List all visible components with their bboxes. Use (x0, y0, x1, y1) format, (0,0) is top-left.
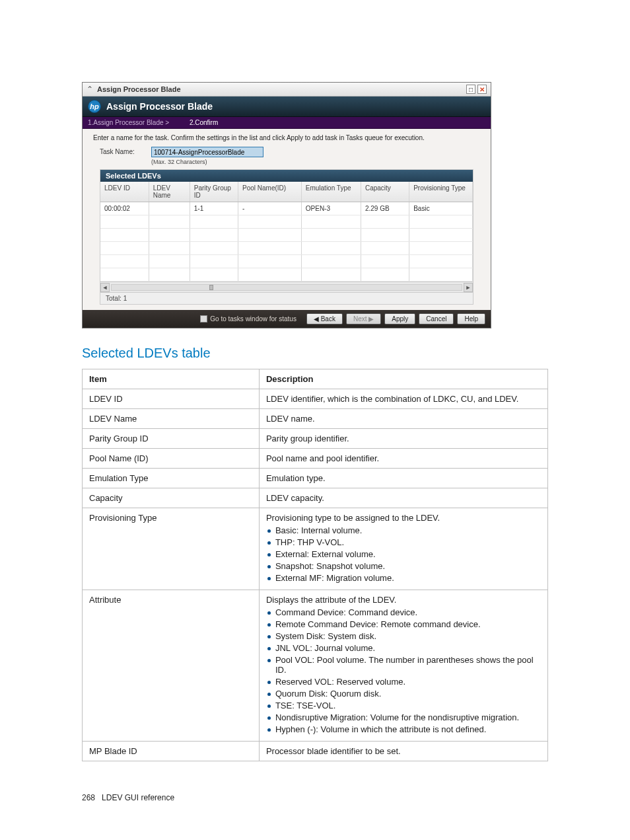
selected-ldevs-doc-table: Item Description LDEV ID LDEV identifier… (82, 369, 548, 761)
dialog-titlebar: ⌃ Assign Processor Blade □ ✕ (83, 83, 491, 96)
next-button: Next ▶ (346, 313, 381, 325)
cell-parity: 1-1 (190, 202, 238, 215)
cell-desc: Processor blade identifier to be set. (259, 742, 547, 761)
list-item: External MF: Migration volume. (266, 573, 541, 583)
help-button[interactable]: Help (457, 313, 485, 325)
cell-desc: Parity group identifier. (259, 429, 547, 449)
back-button[interactable]: ◀ Back (306, 313, 343, 325)
table-row: LDEV Name LDEV name. (83, 409, 548, 429)
col-pool-name[interactable]: Pool Name(ID) (238, 182, 301, 202)
list-item: THP: THP V-VOL. (266, 537, 541, 547)
cell-item: Provisioning Type (83, 508, 260, 590)
list-item: JNL VOL: Journal volume. (266, 643, 541, 653)
cell-item: LDEV Name (83, 409, 260, 429)
list-item: Hyphen (-): Volume in which the attribut… (266, 724, 541, 734)
list-item: Basic: Internal volume. (266, 525, 541, 535)
cell-desc: LDEV capacity. (259, 488, 547, 508)
dialog-button-bar: Go to tasks window for status ◀ Back Nex… (83, 310, 491, 328)
scrollbar-thumb[interactable] (209, 285, 213, 290)
col-parity-group[interactable]: Parity Group ID (190, 182, 238, 202)
list-item: TSE: TSE-VOL. (266, 701, 541, 710)
cell-item: Pool Name (ID) (83, 449, 260, 469)
wizard-step-1[interactable]: 1.Assign Processor Blade > (88, 119, 169, 126)
cell-item: Capacity (83, 488, 260, 508)
list-item: Quorum Disk: Quorum disk. (266, 689, 541, 699)
table-row: Pool Name (ID) Pool name and pool identi… (83, 449, 548, 469)
th-item: Item (83, 369, 260, 389)
task-name-hint: (Max. 32 Characters) (151, 159, 480, 165)
scroll-left-icon[interactable]: ◄ (100, 283, 110, 292)
wizard-steps: 1.Assign Processor Blade > 2.Confirm (83, 117, 491, 129)
cancel-button[interactable]: Cancel (419, 313, 454, 325)
collapse-icon[interactable]: ⌃ (87, 85, 93, 94)
cell-item: Emulation Type (83, 469, 260, 488)
grid-total: Total: 1 (100, 292, 473, 304)
maximize-icon[interactable]: □ (466, 85, 475, 94)
list-item: System Disk: System disk. (266, 631, 541, 641)
dialog-header: hp Assign Processor Blade (83, 96, 491, 117)
cell-desc: Provisioning type to be assigned to the … (259, 508, 547, 590)
cell-desc: Emulation type. (259, 469, 547, 488)
list-item: Command Device: Command device. (266, 607, 541, 617)
cell-item: Parity Group ID (83, 429, 260, 449)
list-item: Pool VOL: Pool volume. The number in par… (266, 655, 541, 675)
cell-desc: Pool name and pool identifier. (259, 449, 547, 469)
table-row[interactable]: 00:00:02 1-1 - OPEN-3 2.29 GB Basic (100, 202, 473, 215)
checkbox-icon[interactable] (200, 315, 207, 323)
cell-desc-lead: Provisioning type to be assigned to the … (266, 513, 440, 523)
go-to-tasks-label: Go to tasks window for status (210, 315, 297, 323)
scroll-right-icon[interactable]: ► (464, 283, 473, 292)
list-item: Remote Command Device: Remote command de… (266, 619, 541, 629)
selected-ldevs-grid: Selected LDEVs LDEV ID LDEV Name Parity … (100, 169, 473, 305)
list-item: Reserved VOL: Reserved volume. (266, 677, 541, 687)
cell-item: Attribute (83, 590, 260, 742)
table-row: LDEV ID LDEV identifier, which is the co… (83, 389, 548, 409)
col-ldev-name[interactable]: LDEV Name (149, 182, 190, 202)
close-icon[interactable]: ✕ (477, 85, 487, 94)
table-row (100, 255, 473, 268)
cell-desc-lead: Displays the attribute of the LDEV. (266, 595, 397, 605)
table-row (100, 268, 473, 282)
cell-ldev-name (149, 202, 190, 215)
list-item: Nondisruptive Migration: Volume for the … (266, 712, 541, 722)
scrollbar-track[interactable] (111, 284, 462, 291)
cell-desc: LDEV name. (259, 409, 547, 429)
cell-pool: - (238, 202, 301, 215)
col-prov-type[interactable]: Provisioning Type (409, 182, 473, 202)
section-heading: Selected LDEVs table (82, 346, 548, 361)
col-capacity[interactable]: Capacity (361, 182, 409, 202)
table-row (100, 215, 473, 229)
dialog-header-title: Assign Processor Blade (106, 101, 213, 112)
assign-processor-blade-dialog: ⌃ Assign Processor Blade □ ✕ hp Assign P… (82, 82, 491, 328)
table-row: Parity Group ID Parity group identifier. (83, 429, 548, 449)
page-number: 268 (82, 793, 95, 802)
hp-logo-icon: hp (88, 100, 101, 113)
table-row (100, 242, 473, 255)
horizontal-scrollbar[interactable]: ◄ ► (100, 282, 473, 292)
cell-item: LDEV ID (83, 389, 260, 409)
th-description: Description (259, 369, 547, 389)
col-emulation[interactable]: Emulation Type (301, 182, 361, 202)
cell-ldev-id: 00:00:02 (100, 202, 149, 215)
list-item: External: External volume. (266, 549, 541, 559)
table-row: Capacity LDEV capacity. (83, 488, 548, 508)
cell-cap: 2.29 GB (361, 202, 409, 215)
grid-title: Selected LDEVs (100, 170, 473, 182)
task-name-input[interactable] (151, 147, 263, 157)
cell-prov: Basic (409, 202, 473, 215)
task-name-label: Task Name: (100, 147, 151, 155)
table-row: Provisioning Type Provisioning type to b… (83, 508, 548, 590)
page-footer: 268 LDEV GUI reference (82, 793, 548, 802)
table-row: Emulation Type Emulation type. (83, 469, 548, 488)
apply-button[interactable]: Apply (384, 313, 415, 325)
list-item: Snapshot: Snapshot volume. (266, 561, 541, 571)
footer-section: LDEV GUI reference (102, 793, 174, 802)
dialog-instruction: Enter a name for the task. Confirm the s… (93, 134, 480, 141)
table-row: Attribute Displays the attribute of the … (83, 590, 548, 742)
cell-item: MP Blade ID (83, 742, 260, 761)
window-title: Assign Processor Blade (97, 85, 464, 93)
col-ldev-id[interactable]: LDEV ID (100, 182, 149, 202)
table-row: MP Blade ID Processor blade identifier t… (83, 742, 548, 761)
go-to-tasks-checkbox[interactable]: Go to tasks window for status (200, 315, 297, 323)
wizard-step-2: 2.Confirm (190, 119, 218, 126)
